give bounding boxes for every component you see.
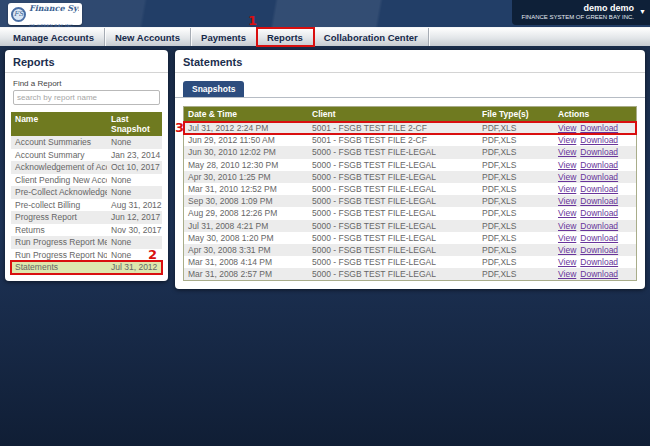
report-list-item[interactable]: Acknowledgement of Accounts Oct 10, 2017	[11, 161, 162, 174]
view-link[interactable]: View	[558, 172, 576, 182]
download-link[interactable]: Download	[580, 196, 618, 206]
snapshot-client: 5000 - FSGB TEST FILE-LEGAL	[308, 147, 478, 157]
report-list-item[interactable]: Progress Report Jun 12, 2017	[11, 211, 162, 224]
snapshot-file-types: PDF,XLS	[478, 184, 554, 194]
snapshot-date-time: Jun 30, 2010 12:02 PM	[184, 147, 308, 157]
find-report-label: Find a Report	[5, 73, 168, 90]
nav-tab-label: Payments	[201, 32, 246, 43]
snapshot-date-time: Jul 31, 2008 4:21 PM	[184, 221, 308, 231]
snapshot-row: Sep 30, 2008 1:09 PM 5000 - FSGB TEST FI…	[184, 195, 636, 207]
report-list-item[interactable]: Run Progress Report Non Medical None	[11, 249, 162, 262]
snapshot-date-time: Sep 30, 2008 1:09 PM	[184, 196, 308, 206]
snapshot-row: Mar 31, 2008 4:14 PM 5000 - FSGB TEST FI…	[184, 256, 636, 268]
view-link[interactable]: View	[558, 160, 576, 170]
snapshot-client: 5000 - FSGB TEST FILE-LEGAL	[308, 269, 478, 279]
view-link[interactable]: View	[558, 257, 576, 267]
download-link[interactable]: Download	[580, 233, 618, 243]
view-link[interactable]: View	[558, 233, 576, 243]
snapshot-client: 5001 - FSGB TEST FILE 2-CF	[308, 135, 478, 145]
snapshot-file-types: PDF,XLS	[478, 196, 554, 206]
tab-snapshots[interactable]: Snapshots	[183, 81, 244, 97]
nav-tab[interactable]: Collaboration Center	[314, 28, 429, 46]
download-link[interactable]: Download	[580, 123, 618, 133]
report-last-snapshot: None	[107, 237, 162, 247]
user-name: demo demo	[522, 3, 634, 13]
report-list-item[interactable]: Pre-Collect Acknowledgement None	[11, 186, 162, 199]
reports-panel-title: Reports	[5, 50, 168, 73]
statements-panel-title: Statements	[175, 50, 645, 73]
view-link[interactable]: View	[558, 184, 576, 194]
top-bar: FS Finance System OF GREEN BAY INC. demo…	[0, 0, 650, 27]
report-name: Run Progress Report Non Medical	[11, 250, 107, 260]
snapshot-client: 5000 - FSGB TEST FILE-LEGAL	[308, 233, 478, 243]
download-link[interactable]: Download	[580, 208, 618, 218]
snapshot-row: Jun 30, 2010 12:02 PM 5000 - FSGB TEST F…	[184, 146, 636, 158]
reports-table-header: Name Last Snapshot	[11, 112, 162, 136]
snapshot-actions: ViewDownload	[554, 208, 636, 218]
view-link[interactable]: View	[558, 245, 576, 255]
snapshot-client: 5000 - FSGB TEST FILE-LEGAL	[308, 172, 478, 182]
snapshot-row: May 28, 2010 12:30 PM 5000 - FSGB TEST F…	[184, 159, 636, 171]
download-link[interactable]: Download	[580, 269, 618, 279]
download-link[interactable]: Download	[580, 160, 618, 170]
nav-tab-label: Collaboration Center	[324, 32, 418, 43]
nav-tab[interactable]: Manage Accounts	[3, 28, 105, 46]
snapshot-row: Jun 29, 2012 11:50 AM 5001 - FSGB TEST F…	[184, 134, 636, 146]
view-link[interactable]: View	[558, 123, 576, 133]
nav-tab-label: New Accounts	[115, 32, 180, 43]
snapshot-file-types: PDF,XLS	[478, 123, 554, 133]
snapshot-row: Apr 30, 2010 1:25 PM 5000 - FSGB TEST FI…	[184, 171, 636, 183]
view-link[interactable]: View	[558, 269, 576, 279]
snapshot-actions: ViewDownload	[554, 123, 636, 133]
snapshot-client: 5000 - FSGB TEST FILE-LEGAL	[308, 196, 478, 206]
snapshot-date-time: Apr 30, 2010 1:25 PM	[184, 172, 308, 182]
snapshot-file-types: PDF,XLS	[478, 257, 554, 267]
snapshot-actions: ViewDownload	[554, 196, 636, 206]
snapshot-actions: ViewDownload	[554, 184, 636, 194]
view-link[interactable]: View	[558, 196, 576, 206]
snapshot-date-time: Jul 31, 2012 2:24 PM	[184, 123, 308, 133]
nav-tab[interactable]: Payments	[191, 28, 257, 46]
snapshot-file-types: PDF,XLS	[478, 269, 554, 279]
report-list-item[interactable]: Run Progress Report Medical None	[11, 236, 162, 249]
download-link[interactable]: Download	[580, 221, 618, 231]
view-link[interactable]: View	[558, 147, 576, 157]
report-search-input[interactable]	[13, 90, 160, 105]
report-list-item[interactable]: Pre-collect Billing Aug 31, 2012	[11, 199, 162, 212]
snapshot-client: 5000 - FSGB TEST FILE-LEGAL	[308, 160, 478, 170]
reports-panel: Reports Find a Report Name Last Snapshot…	[5, 50, 168, 281]
nav-tab[interactable]: New Accounts	[105, 28, 191, 46]
report-list-item[interactable]: Account Summaries None	[11, 136, 162, 149]
snapshot-file-types: PDF,XLS	[478, 135, 554, 145]
snapshot-date-time: Jun 29, 2012 11:50 AM	[184, 135, 308, 145]
download-link[interactable]: Download	[580, 147, 618, 157]
view-link[interactable]: View	[558, 208, 576, 218]
snapshot-date-time: May 30, 2008 1:20 PM	[184, 233, 308, 243]
report-list-item[interactable]: Returns Nov 30, 2017	[11, 224, 162, 237]
download-link[interactable]: Download	[580, 184, 618, 194]
report-list-item[interactable]: Statements Jul 31, 2012 2	[11, 261, 162, 274]
snapshot-actions: ViewDownload	[554, 233, 636, 243]
view-link[interactable]: View	[558, 135, 576, 145]
snapshot-date-time: Mar 31, 2008 4:14 PM	[184, 257, 308, 267]
download-link[interactable]: Download	[580, 257, 618, 267]
column-header-date-time: Date & Time	[184, 107, 308, 121]
report-name: Run Progress Report Medical	[11, 237, 107, 247]
report-name: Returns	[11, 225, 107, 235]
nav-tab[interactable]: Reports 1	[257, 28, 314, 46]
report-list-item[interactable]: Client Pending New Accounts None	[11, 174, 162, 187]
view-link[interactable]: View	[558, 221, 576, 231]
snapshot-client: 5001 - FSGB TEST FILE 2-CF	[308, 123, 478, 133]
user-menu[interactable]: demo demo FINANCE SYSTEM OF GREEN BAY IN…	[512, 0, 650, 25]
snapshots-table-body: Jul 31, 2012 2:24 PM 5001 - FSGB TEST FI…	[184, 122, 636, 280]
download-link[interactable]: Download	[580, 172, 618, 182]
report-last-snapshot: Jul 31, 2012	[107, 262, 162, 272]
snapshot-actions: ViewDownload	[554, 245, 636, 255]
snapshot-actions: ViewDownload	[554, 221, 636, 231]
snapshot-date-time: Mar 31, 2010 12:52 PM	[184, 184, 308, 194]
snapshot-client: 5000 - FSGB TEST FILE-LEGAL	[308, 245, 478, 255]
download-link[interactable]: Download	[580, 245, 618, 255]
report-list-item[interactable]: Account Summary Jan 23, 2014	[11, 149, 162, 162]
download-link[interactable]: Download	[580, 135, 618, 145]
chevron-down-icon[interactable]: ▼	[639, 8, 646, 15]
